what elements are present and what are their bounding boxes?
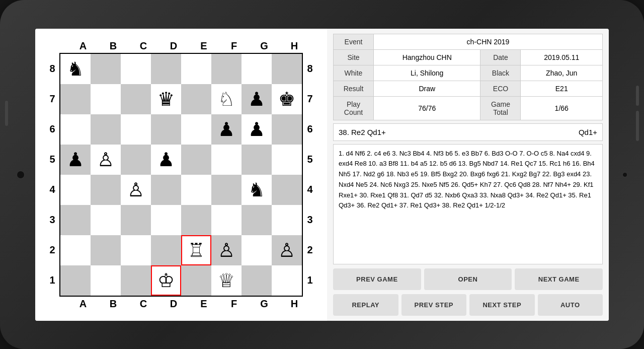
cell-g1[interactable] (242, 265, 272, 296)
cell-f3[interactable] (211, 205, 242, 235)
cell-h5[interactable] (272, 145, 302, 175)
rear-camera (622, 172, 628, 178)
col-label-c: C (128, 39, 158, 53)
black-value: Zhao, Jun (521, 65, 603, 81)
auto-button[interactable]: AUTO (538, 294, 603, 316)
replay-button[interactable]: REPLAY (333, 294, 398, 316)
row-labels-left: 8 7 6 5 4 3 2 1 (45, 54, 59, 296)
white-value: Li, Shilong (374, 65, 480, 81)
cell-b1[interactable] (91, 265, 121, 296)
cell-c2[interactable] (121, 235, 151, 265)
cell-e7[interactable] (181, 84, 211, 114)
cell-d8[interactable] (151, 54, 181, 84)
bottom-col-labels: A B C D E F G H (68, 297, 309, 311)
cell-e6[interactable] (181, 114, 211, 145)
cell-c4[interactable]: ♙ (121, 175, 151, 205)
row-5-left: 5 (45, 145, 59, 175)
cell-h6[interactable] (272, 114, 302, 145)
cell-h8[interactable] (272, 54, 302, 84)
cell-d2[interactable] (151, 235, 181, 265)
cell-h4[interactable] (272, 175, 302, 205)
row-6-right: 6 (303, 114, 317, 145)
cell-b4[interactable] (91, 175, 121, 205)
cell-f2[interactable]: ♙ (211, 235, 242, 265)
front-camera (16, 170, 25, 179)
cell-d4[interactable] (151, 175, 181, 205)
cell-c1[interactable] (121, 265, 151, 296)
power-button-top (636, 86, 639, 106)
cell-a6[interactable] (60, 114, 91, 145)
cell-b8[interactable] (91, 54, 121, 84)
cell-d3[interactable] (151, 205, 181, 235)
cell-a1[interactable] (60, 265, 91, 296)
cell-e1[interactable] (181, 265, 211, 296)
game-total-label: Game Total (480, 96, 521, 120)
cell-g6[interactable]: ♟ (242, 114, 272, 145)
cell-f5[interactable] (211, 145, 242, 175)
cell-h1[interactable] (272, 265, 302, 296)
cell-a7[interactable] (60, 84, 91, 114)
col-label-g-bot: G (249, 297, 279, 311)
cell-f8[interactable] (211, 54, 242, 84)
cell-d1[interactable]: ♔ (151, 265, 181, 296)
cell-b6[interactable] (91, 114, 121, 145)
cell-d7[interactable]: ♛ (151, 84, 181, 114)
next-game-button[interactable]: NEXT GAME (515, 268, 603, 290)
row-6-left: 6 (45, 114, 59, 145)
cell-g2[interactable] (242, 235, 272, 265)
event-label: Event (334, 34, 374, 49)
col-label-g: G (249, 39, 279, 53)
cell-c7[interactable] (121, 84, 151, 114)
cell-e3[interactable] (181, 205, 211, 235)
cell-e4[interactable] (181, 175, 211, 205)
cell-f7[interactable]: ♘ (211, 84, 242, 114)
row-2-left: 2 (45, 235, 59, 265)
row-7-right: 7 (303, 84, 317, 114)
cell-g7[interactable]: ♟ (242, 84, 272, 114)
cell-b2[interactable] (91, 235, 121, 265)
cell-a4[interactable] (60, 175, 91, 205)
cell-f6[interactable]: ♟ (211, 114, 242, 145)
cell-g8[interactable] (242, 54, 272, 84)
cell-a3[interactable] (60, 205, 91, 235)
cell-e8[interactable] (181, 54, 211, 84)
cell-d6[interactable] (151, 114, 181, 145)
cell-c6[interactable] (121, 114, 151, 145)
cell-h7[interactable]: ♚ (272, 84, 302, 114)
cell-e2[interactable]: ♖ (181, 235, 211, 265)
eco-value: E21 (521, 81, 603, 96)
prev-step-button[interactable]: PREV STEP (401, 294, 467, 316)
row-8-left: 8 (45, 54, 59, 84)
cell-h2[interactable]: ♙ (272, 235, 302, 265)
game-total-value: 1/66 (521, 96, 603, 120)
prev-game-button[interactable]: PREV GAME (333, 268, 421, 290)
board-with-rows: 8 7 6 5 4 3 2 1 ♞♛♘♟♚♟♟♟♙♟♙♞♖♙♙♔♕ 8 (45, 53, 317, 297)
open-button[interactable]: OPEN (424, 268, 512, 290)
cell-d5[interactable]: ♟ (151, 145, 181, 175)
cell-e5[interactable] (181, 145, 211, 175)
col-label-d-bot: D (158, 297, 189, 311)
cell-a5[interactable]: ♟ (60, 145, 91, 175)
cell-a8[interactable]: ♞ (60, 54, 91, 84)
cell-g5[interactable] (242, 145, 272, 175)
row-1-left: 1 (45, 265, 59, 296)
cell-a2[interactable] (60, 235, 91, 265)
buttons-row-1: PREV GAME OPEN NEXT GAME (333, 268, 603, 290)
cell-c8[interactable] (121, 54, 151, 84)
play-count-label: Play Count (334, 96, 374, 120)
cell-h3[interactable] (272, 205, 302, 235)
cell-b3[interactable] (91, 205, 121, 235)
cell-b7[interactable] (91, 84, 121, 114)
cell-c5[interactable] (121, 145, 151, 175)
board-wrapper: A B C D E F G H 8 7 6 5 4 (45, 39, 317, 311)
cell-g4[interactable]: ♞ (242, 175, 272, 205)
buttons-row-2: REPLAY PREV STEP NEXT STEP AUTO (333, 294, 603, 316)
cell-b5[interactable]: ♙ (91, 145, 121, 175)
cell-g3[interactable] (242, 205, 272, 235)
next-step-button[interactable]: NEXT STEP (469, 294, 535, 316)
play-count-value: 76/76 (374, 96, 480, 120)
cell-c3[interactable] (121, 205, 151, 235)
row-7-left: 7 (45, 84, 59, 114)
cell-f4[interactable] (211, 175, 242, 205)
cell-f1[interactable]: ♕ (211, 265, 242, 296)
